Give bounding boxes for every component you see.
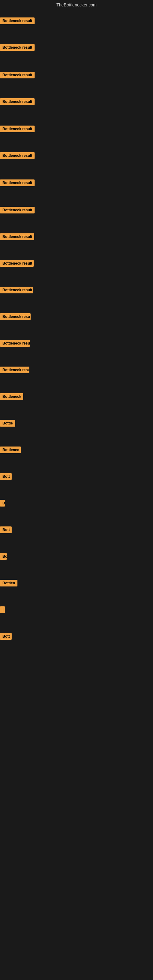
bottleneck-result-badge[interactable]: Bottleneck result — [0, 207, 35, 213]
bottleneck-result-badge[interactable]: Bottleneck result — [0, 233, 34, 240]
bottleneck-badge-container: Bottlenec — [0, 447, 21, 455]
bottleneck-badge-container: Bottleneck result — [0, 286, 33, 294]
bottleneck-badge-container: Bottleneck resu — [0, 367, 29, 375]
bottleneck-result-badge[interactable]: Bottleneck result — [0, 18, 35, 24]
bottleneck-result-badge[interactable]: Bottleneck result — [0, 44, 35, 51]
bottleneck-result-badge[interactable]: Bott — [0, 633, 12, 640]
bottleneck-result-badge[interactable]: Bottleneck resu — [0, 313, 30, 320]
bottleneck-result-badge[interactable]: Bottleneck — [0, 393, 23, 400]
bottleneck-badge-container: Bottleneck result — [0, 44, 35, 52]
bottleneck-badge-container: B — [0, 500, 4, 508]
bottleneck-result-badge[interactable]: Bo — [0, 553, 7, 560]
bottleneck-badge-container: Bottleneck result — [0, 126, 35, 134]
bottleneck-badge-container: Bottleneck resu — [0, 313, 30, 321]
bottleneck-badge-container: Bo — [0, 553, 7, 561]
bottleneck-result-badge[interactable]: | — [0, 606, 5, 613]
bottleneck-badge-container: Bott — [0, 473, 12, 481]
bottleneck-result-badge[interactable]: Bottleneck result — [0, 152, 35, 159]
bottleneck-result-badge[interactable]: Bottleneck result — [0, 286, 33, 293]
bottleneck-result-badge[interactable]: Bott — [0, 527, 12, 533]
bottleneck-result-badge[interactable]: Bottleneck result — [0, 72, 35, 78]
bottleneck-result-badge[interactable]: Bottlenec — [0, 447, 21, 453]
bottleneck-badge-container: Bott — [0, 527, 12, 535]
bottleneck-badge-container: Bottleneck result — [0, 180, 35, 188]
bottleneck-badge-container: Bottleneck result — [0, 260, 33, 268]
bottleneck-result-badge[interactable]: Bottleneck resu — [0, 367, 29, 373]
bottleneck-badge-container: | — [0, 606, 2, 614]
bottleneck-result-badge[interactable]: Bottleneck resu — [0, 340, 30, 347]
bottleneck-result-badge[interactable]: Bottlen — [0, 580, 18, 587]
bottleneck-badge-container: Bottleneck result — [0, 18, 35, 25]
bottleneck-badge-container: Bottleneck result — [0, 98, 35, 106]
bottleneck-result-badge[interactable]: Bott — [0, 473, 12, 480]
bottleneck-badge-container: Bottleneck result — [0, 233, 34, 241]
bottleneck-result-badge[interactable]: Bottleneck result — [0, 260, 33, 267]
bottleneck-result-badge[interactable]: Bottle — [0, 420, 15, 426]
bottleneck-badge-container: Bott — [0, 633, 12, 641]
site-title: TheBottlenecker.com — [0, 0, 153, 10]
bottleneck-badge-container: Bottleneck result — [0, 72, 35, 80]
bottleneck-badge-container: Bottle — [0, 420, 15, 428]
bottleneck-result-badge[interactable]: Bottleneck result — [0, 98, 35, 105]
bottleneck-badge-container: Bottleneck — [0, 393, 23, 401]
bottleneck-badge-container: Bottleneck result — [0, 152, 35, 160]
bottleneck-result-badge[interactable]: Bottleneck result — [0, 126, 35, 132]
bottleneck-badge-container: Bottleneck resu — [0, 340, 30, 348]
bottleneck-badge-container: Bottlen — [0, 580, 18, 588]
bottleneck-result-badge[interactable]: B — [0, 500, 5, 506]
bottleneck-badge-container: Bottleneck result — [0, 207, 35, 215]
bottleneck-result-badge[interactable]: Bottleneck result — [0, 180, 35, 186]
